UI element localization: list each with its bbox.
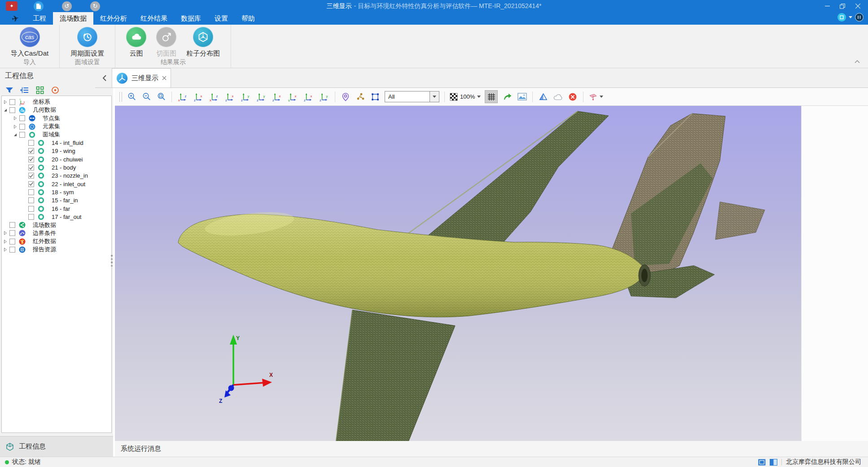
tree-item[interactable]: 节点集	[2, 114, 111, 122]
theme-icon[interactable]	[837, 13, 846, 22]
layout-solid-icon[interactable]	[758, 459, 766, 466]
tree-checkbox[interactable]	[9, 230, 15, 236]
locate-target-icon[interactable]	[51, 86, 60, 95]
view-orientation-xz-icon[interactable]: xz	[177, 92, 189, 102]
menu-item-ir-results[interactable]: 红外结果	[134, 12, 174, 25]
tree-collapsed-icon[interactable]	[13, 125, 18, 129]
tree-item[interactable]: 16 - far	[2, 205, 111, 213]
tree-item[interactable]: 20 - chuiwei	[2, 155, 111, 163]
tree-checkbox[interactable]	[28, 157, 34, 162]
tree-checkbox[interactable]	[9, 247, 15, 253]
tree-item[interactable]: 21 - body	[2, 163, 111, 171]
tree-item[interactable]: 17 - far_out	[2, 213, 111, 221]
view-orientation-zy-icon[interactable]: zy	[240, 92, 251, 102]
mesh-grid-toggle[interactable]	[485, 90, 498, 103]
view-orientation-zx-icon[interactable]: zx	[224, 92, 236, 102]
particle-distribution-button[interactable]: 粒子分布图	[186, 27, 220, 58]
tree-checkbox[interactable]	[28, 148, 34, 154]
maximize-button[interactable]	[835, 0, 850, 12]
toolbar-drag-handle[interactable]	[119, 92, 122, 102]
tree-checkbox[interactable]	[9, 239, 15, 244]
tree-collapsed-icon[interactable]	[4, 248, 8, 252]
tree-item[interactable]: 边界条件	[2, 229, 111, 237]
tree-expanded-icon[interactable]	[4, 108, 8, 112]
tree-item[interactable]: 面域集	[2, 131, 111, 139]
menu-item-database[interactable]: 数据库	[174, 12, 208, 25]
select-box-icon[interactable]	[370, 92, 381, 102]
tree-collapsed-icon[interactable]	[4, 100, 8, 104]
tab-close-icon[interactable]	[162, 76, 167, 80]
zoom-level-control[interactable]: 100%	[450, 93, 481, 101]
redo-icon[interactable]: ↻	[90, 1, 100, 11]
snapshot-icon[interactable]	[517, 92, 527, 102]
panel-bottom-bar[interactable]: 工程信息	[0, 436, 113, 457]
tree-item[interactable]: YZX坐标系	[2, 98, 111, 106]
tree-item[interactable]: 元素集	[2, 122, 111, 131]
layout-icon[interactable]	[855, 13, 864, 22]
mirror-icon[interactable]	[538, 92, 548, 102]
view-orientation-zx-icon[interactable]: zx	[302, 92, 314, 102]
tree-collapsed-icon[interactable]	[13, 116, 18, 120]
combo-dropdown-icon[interactable]	[430, 92, 439, 102]
menu-item-ir-analysis[interactable]: 红外分析	[93, 12, 134, 25]
tree-checkbox[interactable]	[9, 107, 15, 113]
expand-list-icon[interactable]	[20, 86, 29, 95]
theme-dropdown-icon[interactable]	[849, 16, 852, 18]
periodic-face-settings-button[interactable]: 周期面设置	[70, 27, 104, 58]
tree-checkbox[interactable]	[28, 181, 34, 187]
tree-item[interactable]: 14 - int_fluid	[2, 139, 111, 147]
ribbon-collapse-icon[interactable]	[855, 57, 860, 65]
tree-item[interactable]: 18 - sym	[2, 188, 111, 196]
app-logo-icon[interactable]: ✦	[6, 1, 18, 11]
tree-collapsed-icon[interactable]	[4, 240, 8, 244]
zoom-out-icon[interactable]	[141, 92, 152, 102]
display-filter-select[interactable]: All	[385, 91, 439, 102]
menu-item-engineering[interactable]: 工程	[26, 12, 53, 25]
filter-icon[interactable]	[5, 86, 14, 95]
export-flow-icon[interactable]	[502, 92, 513, 102]
probe-pin-icon[interactable]	[340, 92, 351, 102]
tree-checkbox[interactable]	[28, 140, 34, 146]
3d-viewport-canvas[interactable]: X Y Z	[115, 106, 801, 441]
tree-checkbox[interactable]	[19, 132, 25, 138]
tree-item[interactable]: 红外数据	[2, 237, 111, 245]
grid-view-icon[interactable]	[35, 86, 44, 95]
tab-scroll-left-icon[interactable]	[102, 68, 106, 87]
view-orientation-xz-icon[interactable]: xz	[208, 92, 220, 102]
tree-checkbox[interactable]	[9, 99, 15, 105]
view-orientation-zx-icon[interactable]: zx	[193, 92, 204, 102]
delete-all-icon[interactable]	[567, 92, 578, 102]
tree-checkbox[interactable]	[19, 124, 25, 130]
tree-expanded-icon[interactable]	[13, 133, 18, 137]
view-orientation-zy-icon[interactable]: zy	[318, 92, 330, 102]
tree-item[interactable]: 19 - wing	[2, 147, 111, 155]
tree-checkbox[interactable]	[28, 189, 34, 195]
zoom-in-icon[interactable]	[126, 92, 137, 102]
import-cas-dat-button[interactable]: cas导入Cas/Dat	[11, 27, 48, 58]
zoom-fit-icon[interactable]	[156, 92, 167, 102]
tree-checkbox[interactable]	[9, 222, 15, 228]
tree-checkbox[interactable]	[28, 165, 34, 170]
tree-checkbox[interactable]	[19, 115, 25, 121]
tab-3d-display[interactable]: 三维显示	[112, 68, 171, 87]
new-document-icon[interactable]	[34, 1, 44, 11]
undo-icon[interactable]: ↺	[62, 1, 72, 11]
menu-item-settings[interactable]: 设置	[208, 12, 235, 25]
layout-split-icon[interactable]	[770, 459, 777, 466]
tree-checkbox[interactable]	[28, 206, 34, 212]
tree-item[interactable]: 几何数据	[2, 106, 111, 114]
tree-collapsed-icon[interactable]	[4, 231, 8, 235]
region-outline-icon[interactable]	[552, 92, 563, 102]
tree-checkbox[interactable]	[28, 173, 34, 179]
close-button[interactable]	[850, 0, 865, 12]
tree-item[interactable]: 15 - far_in	[2, 196, 111, 205]
tree-checkbox[interactable]	[28, 214, 34, 220]
tree-item[interactable]: 22 - inlet_out	[2, 180, 111, 188]
particle-trace-icon[interactable]	[355, 92, 366, 102]
tree-item[interactable]: 流场数据	[2, 221, 111, 229]
contour-map-button[interactable]: 云图	[126, 27, 146, 58]
menu-item-flow-field-data[interactable]: 流场数据	[53, 12, 93, 25]
clip-plane-dropdown[interactable]	[588, 92, 603, 101]
tree-item[interactable]: 报告资源	[2, 245, 111, 253]
menu-item-help[interactable]: 帮助	[235, 12, 262, 25]
